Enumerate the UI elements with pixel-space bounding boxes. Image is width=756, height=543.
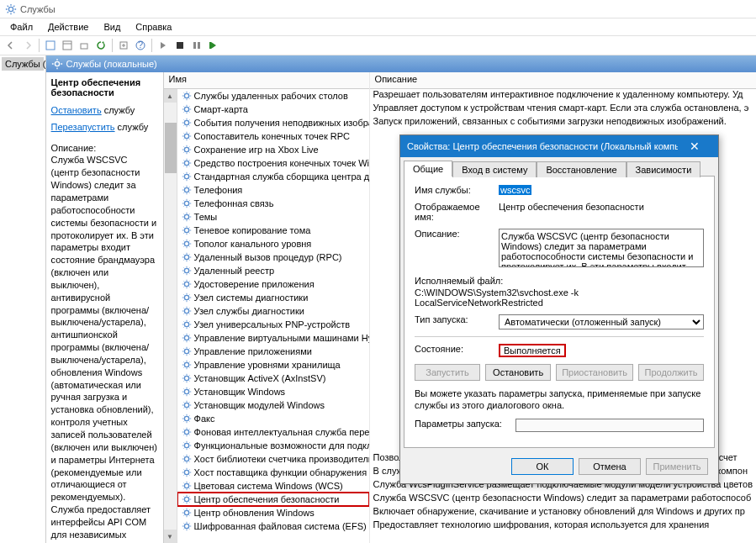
tab-recovery[interactable]: Восстановление: [537, 161, 626, 177]
service-row[interactable]: Телефония: [177, 183, 369, 197]
svg-point-36: [184, 403, 188, 407]
scroll-down-icon[interactable]: ▼: [164, 530, 177, 543]
service-row[interactable]: Сохранение игр на Xbox Live: [177, 143, 369, 156]
service-row[interactable]: Узел службы диагностики: [177, 304, 369, 318]
service-row[interactable]: Центр обновления Windows: [177, 506, 369, 519]
menu-file[interactable]: Файл: [3, 20, 40, 34]
toolbar-btn-3[interactable]: [77, 38, 92, 53]
tab-general[interactable]: Общие: [404, 161, 452, 177]
service-name: Управление приложениями: [194, 346, 312, 356]
tab-dependencies[interactable]: Зависимости: [626, 161, 701, 177]
launch-note: Вы можете указать параметры запуска, при…: [415, 387, 704, 412]
service-desc: Разрешает пользователям интерактивное по…: [373, 89, 753, 103]
menu-action[interactable]: Действие: [41, 20, 95, 34]
stop-link[interactable]: Остановить: [51, 105, 102, 115]
restart-button[interactable]: [206, 38, 221, 53]
svg-rect-8: [193, 42, 196, 49]
service-row[interactable]: Управление приложениями: [177, 345, 369, 358]
stop-button[interactable]: [172, 38, 188, 53]
toolbar-btn-2[interactable]: [60, 38, 75, 53]
service-row[interactable]: Узел системы диагностики: [177, 291, 369, 304]
service-row[interactable]: Установщик ActiveX (AxInstSV): [177, 372, 369, 385]
gear-icon: [181, 453, 193, 465]
help-button[interactable]: ?: [133, 38, 148, 53]
dialog-footer: ОК Отмена Применить: [400, 451, 718, 483]
service-row[interactable]: Хост библиотеки счетчика производительно…: [177, 452, 369, 466]
gear-icon: [181, 265, 193, 277]
svg-point-18: [184, 161, 188, 165]
gear-icon: [181, 292, 193, 303]
startup-select[interactable]: Автоматически (отложенный запуск): [499, 314, 704, 329]
service-desc: Служба WSCSVC (центр безопасности Window…: [373, 493, 753, 506]
gear-icon: [181, 386, 193, 398]
desc-column-header[interactable]: Описание: [370, 72, 756, 89]
cancel-button[interactable]: Отмена: [579, 458, 641, 475]
service-row[interactable]: Смарт-карта: [177, 103, 369, 116]
service-row[interactable]: Темы: [177, 210, 369, 224]
ok-button[interactable]: ОК: [511, 458, 574, 475]
scroll-thumb[interactable]: [165, 123, 177, 173]
service-row[interactable]: Фоновая интеллектуальная служба передачи…: [177, 425, 369, 439]
service-row[interactable]: Удостоверение приложения: [177, 277, 369, 291]
dialog-title-bar[interactable]: Свойства: Центр обеспечения безопасности…: [400, 135, 718, 157]
service-row[interactable]: Установщик модулей Windows: [177, 398, 369, 412]
service-row[interactable]: События получения неподвижных изображен.…: [177, 116, 369, 129]
service-row[interactable]: Цветовая система Windows (WCS): [177, 479, 369, 493]
description-label: Описание:: [415, 229, 499, 239]
service-row[interactable]: Центр обеспечения безопасности: [177, 493, 369, 506]
pause-button[interactable]: [189, 38, 204, 53]
description-textarea[interactable]: [499, 229, 704, 267]
service-name: Управление уровнями хранилища: [194, 360, 341, 370]
service-row[interactable]: Управление виртуальными машинами Hyper-V: [177, 331, 369, 345]
dialog-body: Имя службы: wscsvc Отображаемое имя: Цен…: [404, 176, 715, 448]
service-row[interactable]: Установщик Windows: [177, 385, 369, 398]
menu-help[interactable]: Справка: [129, 20, 178, 34]
service-row[interactable]: Узел универсальных PNP-устройств: [177, 318, 369, 331]
service-name: Центр обеспечения безопасности: [194, 494, 340, 504]
resume-button: Продолжить: [638, 364, 704, 381]
svg-point-43: [184, 497, 188, 501]
service-row[interactable]: Факс: [177, 412, 369, 425]
refresh-button[interactable]: [93, 38, 108, 53]
forward-button[interactable]: [20, 38, 35, 53]
restart-link[interactable]: Перезапустить: [51, 122, 115, 132]
export-button[interactable]: [116, 38, 131, 53]
gear-icon: [181, 157, 193, 169]
service-name: Стандартная служба сборщика центра диагн…: [194, 171, 369, 182]
play-button[interactable]: [156, 38, 171, 53]
name-column-header[interactable]: Имя: [164, 72, 369, 89]
toolbar-btn-1[interactable]: [43, 38, 58, 53]
scroll-up-icon[interactable]: ▲: [164, 89, 177, 103]
service-row[interactable]: Телефонная связь: [177, 197, 369, 210]
service-row[interactable]: Удаленный вызов процедур (RPC): [177, 250, 369, 264]
service-row[interactable]: Шифрованная файловая система (EFS): [177, 519, 369, 533]
service-row[interactable]: Удаленный реестр: [177, 264, 369, 277]
service-row[interactable]: Стандартная служба сборщика центра диагн…: [177, 170, 369, 183]
service-row[interactable]: Тополог канального уровня: [177, 237, 369, 250]
close-button[interactable]: ✕: [678, 135, 711, 157]
service-row[interactable]: Средство построения конечных точек Windo…: [177, 156, 369, 170]
service-row[interactable]: Функциональные возможности для подключе.…: [177, 439, 369, 452]
menu-bar: Файл Действие Вид Справка: [0, 18, 756, 35]
service-name: Узел системы диагностики: [194, 293, 309, 303]
service-row[interactable]: Теневое копирование тома: [177, 224, 369, 237]
list-scrollbar[interactable]: ▲ ▼: [164, 89, 177, 543]
back-button[interactable]: [3, 38, 19, 53]
gear-icon: [181, 345, 193, 357]
gear-icon: [181, 211, 193, 223]
tab-logon[interactable]: Вход в систему: [452, 161, 537, 177]
svg-point-29: [184, 308, 188, 313]
tree-root[interactable]: Службы (л: [2, 57, 44, 71]
svg-point-45: [184, 524, 188, 528]
service-name: Фоновая интеллектуальная служба передачи…: [194, 427, 369, 437]
stop-button[interactable]: Остановить: [485, 364, 551, 381]
svg-point-28: [184, 295, 188, 299]
service-name: Удаленный реестр: [194, 266, 274, 276]
service-row[interactable]: Управление уровнями хранилища: [177, 358, 369, 372]
svg-point-20: [184, 187, 188, 192]
service-row[interactable]: Хост поставщика функции обнаружения: [177, 466, 369, 479]
menu-view[interactable]: Вид: [97, 20, 127, 34]
service-row[interactable]: Сопоставитель конечных точек RPC: [177, 129, 369, 143]
service-name: Установщик ActiveX (AxInstSV): [194, 373, 326, 383]
service-row[interactable]: Службы удаленных рабочих столов: [177, 89, 369, 103]
